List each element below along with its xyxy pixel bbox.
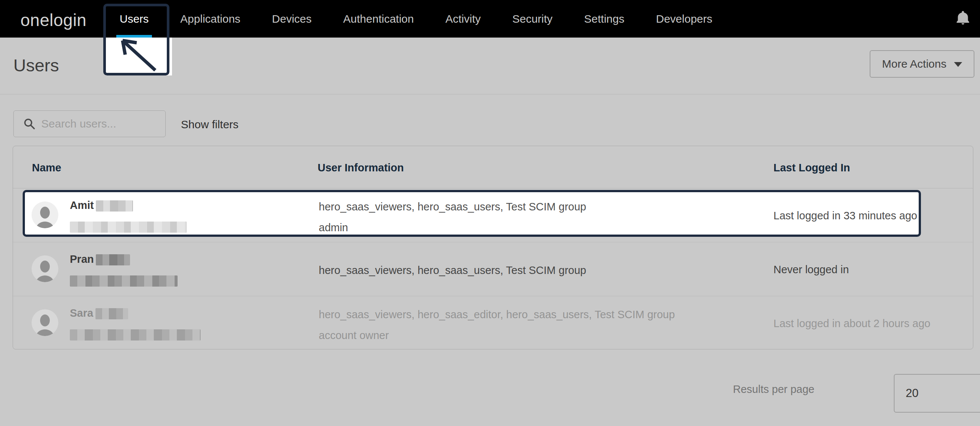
user-privilege: admin <box>319 222 348 234</box>
user-name: Pran <box>70 253 130 265</box>
user-name: Amit <box>70 199 133 212</box>
avatar <box>32 255 58 282</box>
user-name: Sara <box>70 307 128 319</box>
chevron-down-icon <box>954 62 962 67</box>
annotation-callout-background <box>106 38 172 75</box>
avatar <box>32 309 58 336</box>
table-row[interactable]: Sara hero_saas_viewers, hero_saas_editor… <box>13 296 973 350</box>
search-input[interactable] <box>41 118 153 130</box>
column-header-user-information: User Information <box>318 162 404 174</box>
column-header-name: Name <box>32 162 61 174</box>
last-logged-in: Last logged in 33 minutes ago <box>773 210 917 222</box>
results-per-page-label: Results per page <box>733 383 814 396</box>
redacted-name <box>96 254 130 265</box>
show-filters-link[interactable]: Show filters <box>181 118 239 131</box>
page-title: Users <box>13 55 59 75</box>
nav-items: Users Applications Devices Authenticatio… <box>119 0 713 38</box>
results-per-page-select[interactable]: 20 <box>894 374 980 413</box>
results-per-page-value: 20 <box>906 386 918 400</box>
last-logged-in: Last logged in about 2 hours ago <box>773 318 930 330</box>
top-nav: onelogin Users Applications Devices Auth… <box>0 0 980 38</box>
redacted-name <box>96 200 133 212</box>
user-email <box>70 329 200 340</box>
user-privilege: account owner <box>319 329 389 341</box>
table-row[interactable]: Pran hero_saas_viewers, hero_saas_users,… <box>13 242 973 296</box>
nav-item-devices[interactable]: Devices <box>272 13 312 25</box>
nav-item-developers[interactable]: Developers <box>656 13 713 25</box>
onelogin-logo[interactable]: onelogin <box>21 10 87 30</box>
user-groups: hero_saas_viewers, hero_saas_users, Test… <box>319 264 586 276</box>
redacted-email <box>70 329 200 340</box>
nav-item-authentication[interactable]: Authentication <box>343 13 414 25</box>
column-header-last-logged-in: Last Logged In <box>773 162 850 174</box>
nav-item-security[interactable]: Security <box>512 13 552 25</box>
nav-item-applications[interactable]: Applications <box>180 13 240 25</box>
redacted-name <box>95 308 128 319</box>
search-box <box>13 110 166 137</box>
user-email <box>70 222 187 233</box>
nav-item-activity[interactable]: Activity <box>445 13 481 25</box>
notification-bell-icon[interactable] <box>956 10 970 26</box>
users-table: Name User Information Last Logged In Ami… <box>13 146 973 349</box>
user-groups: hero_saas_viewers, hero_saas_users, Test… <box>319 201 586 213</box>
avatar <box>32 201 58 228</box>
user-email <box>70 276 178 287</box>
user-groups: hero_saas_viewers, hero_saas_editor, her… <box>319 308 675 321</box>
active-tab-underline <box>116 35 152 38</box>
magnifier-icon <box>24 118 35 130</box>
more-actions-label: More Actions <box>882 57 946 70</box>
header-divider <box>0 94 980 94</box>
redacted-email <box>70 222 187 233</box>
more-actions-button[interactable]: More Actions <box>870 50 974 78</box>
last-logged-in: Never logged in <box>773 263 849 276</box>
nav-item-settings[interactable]: Settings <box>584 13 624 25</box>
table-row[interactable]: Amit hero_saas_viewers, hero_saas_users,… <box>13 188 973 242</box>
nav-item-users[interactable]: Users <box>119 13 149 25</box>
redacted-email <box>70 276 178 287</box>
